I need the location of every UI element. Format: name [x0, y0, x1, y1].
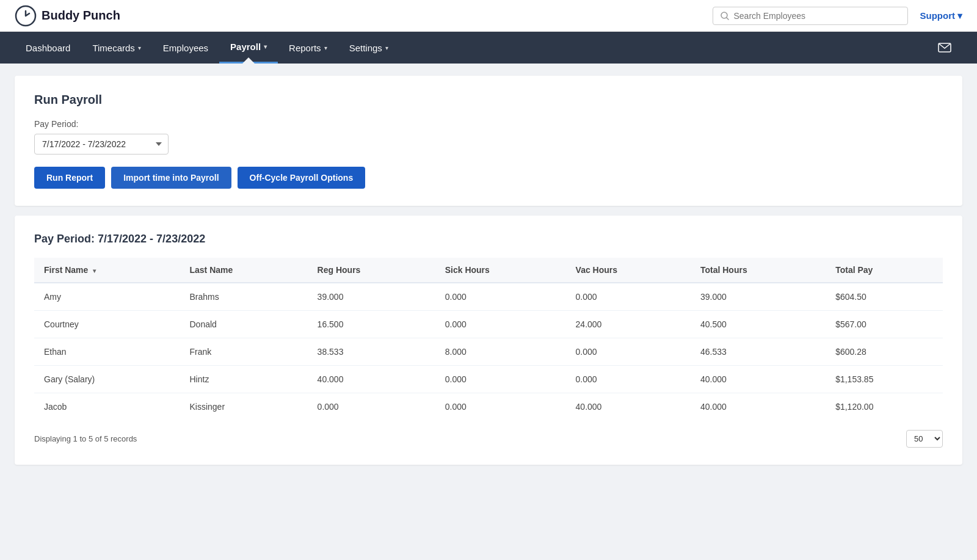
logo[interactable]: Buddy Punch [15, 5, 120, 27]
header-right: Support ▾ [713, 7, 963, 25]
cell-last-name-2: Frank [180, 338, 307, 366]
table-footer: Displaying 1 to 5 of 5 records 50 25 100 [34, 430, 943, 448]
cell-first-name-1: Courtney [34, 311, 180, 338]
offcycle-payroll-button[interactable]: Off-Cycle Payroll Options [238, 167, 366, 189]
pay-period-label: Pay Period: [34, 119, 943, 129]
table-row: Courtney Donald 16.500 0.000 24.000 40.5… [34, 311, 943, 338]
logo-icon [15, 5, 37, 27]
nav-label-dashboard: Dashboard [26, 43, 70, 53]
cell-sick-hours-3: 0.000 [435, 366, 566, 393]
top-header: Buddy Punch Support ▾ [0, 0, 977, 32]
pay-period-select[interactable]: 7/17/2022 - 7/23/2022 7/10/2022 - 7/16/2… [34, 134, 169, 155]
nav-item-timecards[interactable]: Timecards ▾ [81, 32, 151, 64]
cell-last-name-1: Donald [180, 311, 307, 338]
col-total-pay: Total Pay [826, 258, 943, 283]
results-card: Pay Period: 7/17/2022 - 7/23/2022 First … [15, 216, 962, 465]
cell-first-name-2: Ethan [34, 338, 180, 366]
payroll-chevron-icon: ▾ [264, 43, 267, 50]
run-payroll-title: Run Payroll [34, 93, 943, 107]
pay-period-group: Pay Period: 7/17/2022 - 7/23/2022 7/10/2… [34, 119, 943, 155]
search-icon [721, 12, 729, 20]
cell-total-hours-2: 46.533 [691, 338, 826, 366]
nav-bar: Dashboard Timecards ▾ Employees Payroll … [0, 32, 977, 64]
nav-item-settings[interactable]: Settings ▾ [338, 32, 399, 64]
nav-label-settings: Settings [349, 43, 382, 53]
nav-label-payroll: Payroll [230, 42, 261, 52]
cell-last-name-0: Brahms [180, 283, 307, 311]
nav-label-timecards: Timecards [92, 43, 134, 53]
cell-sick-hours-2: 8.000 [435, 338, 566, 366]
reports-chevron-icon: ▾ [324, 45, 327, 51]
cell-sick-hours-4: 0.000 [435, 393, 566, 421]
cell-last-name-4: Kissinger [180, 393, 307, 421]
table-body: Amy Brahms 39.000 0.000 0.000 39.000 $60… [34, 283, 943, 420]
nav-item-dashboard[interactable]: Dashboard [15, 32, 81, 64]
cell-vac-hours-2: 0.000 [566, 338, 691, 366]
cell-first-name-4: Jacob [34, 393, 180, 421]
cell-vac-hours-1: 24.000 [566, 311, 691, 338]
cell-total-hours-4: 40.000 [691, 393, 826, 421]
run-payroll-card: Run Payroll Pay Period: 7/17/2022 - 7/23… [15, 76, 962, 206]
payroll-table-container: First Name ▾ Last Name Reg Hours Sick Ho… [34, 258, 943, 420]
cell-total-hours-1: 40.500 [691, 311, 826, 338]
col-reg-hours: Reg Hours [308, 258, 435, 283]
logo-text: Buddy Punch [42, 9, 120, 23]
search-box[interactable] [713, 7, 908, 25]
cell-first-name-0: Amy [34, 283, 180, 311]
mail-icon [938, 43, 951, 53]
displaying-text: Displaying 1 to 5 of 5 records [34, 434, 137, 443]
cell-total-pay-2: $600.28 [826, 338, 943, 366]
cell-first-name-3: Gary (Salary) [34, 366, 180, 393]
cell-total-pay-4: $1,120.00 [826, 393, 943, 421]
payroll-table: First Name ▾ Last Name Reg Hours Sick Ho… [34, 258, 943, 420]
cell-sick-hours-0: 0.000 [435, 283, 566, 311]
cell-vac-hours-4: 40.000 [566, 393, 691, 421]
cell-total-hours-3: 40.000 [691, 366, 826, 393]
table-row: Amy Brahms 39.000 0.000 0.000 39.000 $60… [34, 283, 943, 311]
cell-vac-hours-3: 0.000 [566, 366, 691, 393]
cell-reg-hours-4: 0.000 [308, 393, 435, 421]
import-payroll-button[interactable]: Import time into Payroll [111, 167, 231, 189]
cell-total-pay-1: $567.00 [826, 311, 943, 338]
support-label: Support [920, 10, 956, 21]
table-row: Jacob Kissinger 0.000 0.000 40.000 40.00… [34, 393, 943, 421]
support-chevron: ▾ [957, 10, 962, 21]
nav-item-employees[interactable]: Employees [152, 32, 219, 64]
cell-last-name-3: Hintz [180, 366, 307, 393]
run-report-button[interactable]: Run Report [34, 167, 105, 189]
first-name-sort-icon: ▾ [93, 267, 96, 274]
cell-reg-hours-1: 16.500 [308, 311, 435, 338]
col-first-name[interactable]: First Name ▾ [34, 258, 180, 283]
timecards-chevron-icon: ▾ [138, 45, 141, 51]
results-title: Pay Period: 7/17/2022 - 7/23/2022 [34, 233, 943, 245]
cell-total-hours-0: 39.000 [691, 283, 826, 311]
per-page-select[interactable]: 50 25 100 [906, 430, 943, 448]
search-input[interactable] [734, 11, 900, 21]
table-row: Ethan Frank 38.533 8.000 0.000 46.533 $6… [34, 338, 943, 366]
action-buttons: Run Report Import time into Payroll Off-… [34, 167, 943, 189]
table-header: First Name ▾ Last Name Reg Hours Sick Ho… [34, 258, 943, 283]
cell-reg-hours-0: 39.000 [308, 283, 435, 311]
nav-item-reports[interactable]: Reports ▾ [278, 32, 338, 64]
col-last-name: Last Name [180, 258, 307, 283]
support-link[interactable]: Support ▾ [920, 10, 963, 21]
page-content: Run Payroll Pay Period: 7/17/2022 - 7/23… [0, 64, 977, 477]
cell-total-pay-0: $604.50 [826, 283, 943, 311]
svg-line-2 [727, 18, 728, 20]
col-sick-hours: Sick Hours [435, 258, 566, 283]
cell-reg-hours-3: 40.000 [308, 366, 435, 393]
nav-item-payroll[interactable]: Payroll ▾ [219, 32, 278, 64]
col-vac-hours: Vac Hours [566, 258, 691, 283]
cell-total-pay-3: $1,153.85 [826, 366, 943, 393]
table-row: Gary (Salary) Hintz 40.000 0.000 0.000 4… [34, 366, 943, 393]
col-total-hours: Total Hours [691, 258, 826, 283]
settings-chevron-icon: ▾ [385, 45, 388, 51]
nav-label-employees: Employees [163, 43, 208, 53]
nav-item-mail[interactable] [927, 32, 962, 64]
cell-vac-hours-0: 0.000 [566, 283, 691, 311]
cell-reg-hours-2: 38.533 [308, 338, 435, 366]
nav-label-reports: Reports [289, 43, 321, 53]
cell-sick-hours-1: 0.000 [435, 311, 566, 338]
